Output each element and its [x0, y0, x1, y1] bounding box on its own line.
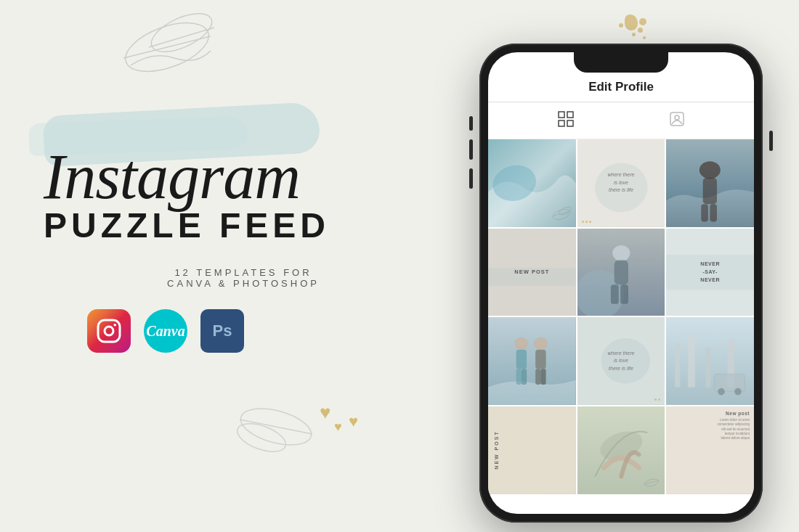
tab-person[interactable] [669, 111, 685, 130]
grid-cell-r1c1 [488, 139, 576, 227]
svg-rect-50 [675, 344, 680, 388]
left-content-area: Instagram PUZZLE FEED 12 TEMPLATES FOR C… [44, 145, 443, 353]
svg-rect-40 [516, 350, 527, 369]
grid-cell-r4c2 [577, 406, 665, 494]
svg-point-9 [113, 324, 116, 327]
svg-rect-45 [535, 369, 540, 385]
svg-rect-54 [715, 375, 745, 392]
svg-point-8 [105, 327, 113, 335]
phone-outer-frame: Edit Profile [479, 44, 763, 523]
instagram-tabs[interactable] [488, 102, 754, 139]
svg-rect-57 [488, 406, 576, 494]
grid-cell-r2c2 [577, 229, 665, 316]
svg-point-24 [699, 161, 721, 179]
svg-line-1 [123, 36, 211, 58]
grid-cell-r1c3 [666, 139, 754, 227]
instagram-icon [87, 309, 131, 353]
title-puzzle-feed: PUZZLE FEED [44, 205, 443, 245]
svg-rect-51 [688, 335, 695, 387]
svg-point-39 [514, 337, 528, 350]
svg-rect-35 [620, 285, 628, 304]
svg-line-19 [552, 210, 570, 216]
tab-grid[interactable] [558, 111, 574, 130]
svg-point-56 [734, 388, 742, 396]
instagram-grid: where thereis lovethere is life [488, 139, 754, 494]
phone-mockup: Edit Profile [479, 44, 763, 523]
svg-rect-52 [706, 348, 711, 388]
profile-header-title: Edit Profile [500, 80, 742, 94]
svg-rect-13 [567, 120, 573, 126]
svg-rect-12 [559, 120, 564, 126]
phone-side-buttons-right [769, 131, 773, 151]
svg-rect-41 [516, 369, 522, 385]
grid-cell-r3c3 [666, 317, 754, 405]
phone-screen: Edit Profile [488, 52, 754, 514]
svg-point-60 [644, 478, 660, 488]
app-icons-row: Canva Ps [87, 309, 443, 353]
svg-rect-46 [540, 369, 545, 385]
subtitle-templates: 12 TEMPLATES FOR CANVA & PHOTOSHOP [44, 267, 443, 289]
svg-rect-33 [614, 260, 628, 285]
grid-cell-r2c3: NEVER-SAY-NEVER [666, 229, 754, 316]
leaf-decoration-top [109, 7, 225, 87]
title-instagram: Instagram [44, 145, 443, 209]
svg-rect-10 [559, 112, 564, 118]
svg-rect-11 [567, 112, 573, 118]
leaf-decoration-bottom [232, 394, 320, 459]
grid-cell-r3c2: where thereis lovethere is life [577, 317, 665, 405]
svg-rect-27 [710, 204, 718, 221]
grid-cell-r3c1 [488, 317, 576, 405]
grid-cell-r4c1: NEW POST [488, 406, 576, 494]
svg-point-15 [675, 115, 679, 120]
svg-rect-44 [535, 350, 545, 369]
svg-rect-25 [703, 178, 717, 204]
svg-point-2 [146, 7, 217, 60]
svg-rect-42 [522, 369, 527, 385]
phone-notch [574, 52, 668, 73]
svg-point-20 [558, 205, 572, 216]
phone-side-buttons-left [469, 116, 473, 189]
svg-rect-7 [98, 320, 120, 342]
svg-rect-34 [611, 285, 619, 304]
svg-point-55 [718, 388, 726, 396]
canva-icon: Canva [144, 309, 187, 353]
grid-cell-r2c1: NEW POST [488, 229, 576, 316]
grid-cell-r1c2: where thereis lovethere is life [577, 139, 665, 227]
grid-cell-r4c3: New post Lorem dolor sit ametconsectetur… [666, 406, 754, 494]
svg-rect-26 [702, 204, 709, 221]
photoshop-icon: Ps [200, 309, 244, 353]
svg-point-43 [534, 337, 548, 350]
svg-point-32 [612, 245, 630, 261]
